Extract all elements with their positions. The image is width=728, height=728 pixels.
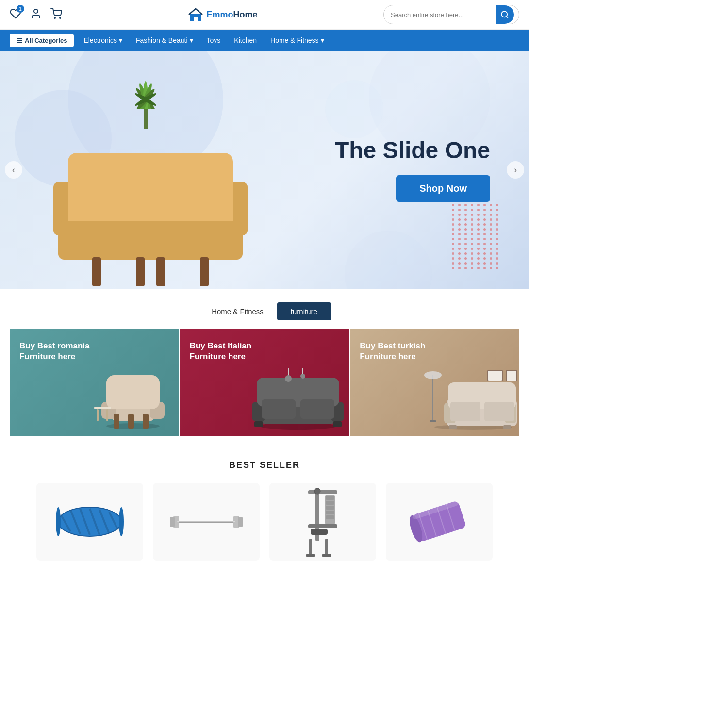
svg-point-37 [300,374,305,379]
svg-rect-77 [326,515,334,519]
hero-next-button[interactable]: › [507,161,524,179]
divider-right [307,465,519,465]
svg-rect-50 [488,370,502,381]
wishlist-icon-wrap[interactable]: 1 [10,8,21,21]
svg-rect-48 [449,425,457,429]
logo-text: EmmoHome [206,10,257,20]
logo[interactable]: EmmoHome [188,7,257,22]
svg-rect-65 [170,517,175,527]
svg-rect-4 [194,17,198,21]
sofa-illustration-turkish [420,368,517,431]
main-nav: ☰ All Categories Electronics ▾ Fashion &… [0,30,529,51]
products-row [10,483,519,561]
hero-title: The Slide One [335,138,490,164]
furniture-card-italian[interactable]: Buy Best Italian Furniture here [180,329,349,436]
search-button[interactable] [496,5,514,24]
svg-rect-23 [97,409,99,421]
best-seller-section: BEST SELLER [0,450,529,561]
header: 1 EmmoHome [0,0,529,30]
wishlist-badge: 1 [17,5,24,13]
furniture-card-turkish[interactable]: Buy Best turkish Furniture here [350,329,519,436]
furniture-cards: Buy Best romania Furniture here Buy Best… [10,329,519,436]
svg-rect-33 [333,421,342,427]
tab-furniture[interactable]: furniture [277,302,331,320]
hamburger-icon: ☰ [17,37,22,44]
cart-icon [50,8,62,19]
svg-rect-30 [262,399,296,419]
svg-rect-49 [503,425,511,429]
card-label-romania: Buy Best romania Furniture here [19,341,107,362]
search-input[interactable] [384,8,496,22]
product-card-gym-machine[interactable] [269,483,376,561]
svg-point-40 [424,371,442,379]
svg-rect-22 [94,407,111,409]
svg-rect-39 [432,375,433,421]
svg-rect-75 [326,506,334,510]
svg-rect-51 [506,370,517,381]
svg-rect-41 [430,420,436,422]
cart-icon-wrap[interactable] [50,8,62,21]
svg-rect-80 [325,539,328,556]
divider-left [10,465,222,465]
nav-item-toys[interactable]: Toys [207,36,221,44]
svg-point-61 [56,507,61,536]
nav-item-home-fitness[interactable]: Home & Fitness ▾ [270,36,324,44]
logo-icon [188,7,203,22]
product-card-barbell[interactable] [153,483,260,561]
product-card-yoga-mat[interactable] [386,483,493,561]
svg-point-2 [60,17,61,18]
furniture-card-romania[interactable]: Buy Best romania Furniture here [10,329,179,436]
svg-point-1 [54,17,55,18]
svg-point-62 [119,507,124,536]
svg-rect-79 [309,539,312,556]
shop-now-button[interactable]: Shop Now [396,175,490,202]
svg-rect-73 [326,496,334,500]
all-categories-button[interactable]: ☰ All Categories [10,34,74,47]
search-bar [383,5,519,24]
card-label-turkish: Buy Best turkish Furniture here [360,341,447,362]
svg-point-5 [501,11,507,17]
hero-prev-button[interactable]: ‹ [5,161,22,179]
gym-machine-image [298,485,347,558]
svg-rect-18 [106,375,160,409]
svg-rect-46 [450,402,480,421]
svg-rect-24 [106,409,108,421]
chevron-down-icon: ▾ [119,36,122,44]
yoga-mat-image [408,500,471,544]
dots-decoration: (function(){ const grid = document.query… [452,204,500,269]
svg-rect-74 [326,501,334,505]
nav-item-electronics[interactable]: Electronics ▾ [83,36,122,44]
svg-point-0 [34,9,38,13]
plant-decoration [121,66,170,129]
nav-item-fashion[interactable]: Fashion & Beauti ▾ [136,36,193,44]
user-icon [30,8,42,19]
svg-rect-47 [484,402,514,421]
header-icons: 1 [10,8,62,21]
nav-item-kitchen[interactable]: Kitchen [234,36,257,44]
svg-point-83 [314,488,320,494]
account-icon-wrap[interactable] [30,8,42,21]
svg-rect-31 [300,399,334,419]
svg-line-6 [506,16,508,17]
search-icon [500,10,509,19]
svg-rect-19 [114,414,119,429]
svg-rect-67 [238,517,243,527]
hero-product-image [39,56,272,289]
tab-home-fitness[interactable]: Home & Fitness [198,302,277,320]
hero-slider: The Slide One Shop Now (function(){ cons… [0,51,529,289]
svg-rect-78 [311,529,328,535]
svg-rect-20 [128,414,134,429]
foam-roller-image [56,505,124,539]
chevron-down-icon: ▾ [321,36,324,44]
barbell-image [167,502,245,541]
svg-point-35 [285,375,292,382]
section-divider: BEST SELLER [10,460,519,470]
chair-body [68,153,233,260]
product-card-foam-roller[interactable] [36,483,143,561]
chevron-down-icon: ▾ [190,36,193,44]
best-seller-title: BEST SELLER [229,460,300,470]
chair-illustration-1 [92,368,174,431]
svg-rect-82 [322,554,331,557]
svg-rect-21 [143,414,149,429]
sofa-illustration-italian [249,368,347,431]
